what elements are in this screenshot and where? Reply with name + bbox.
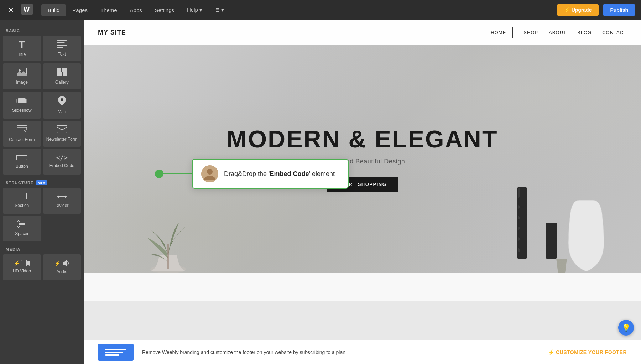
tab-apps[interactable]: Apps bbox=[124, 4, 148, 16]
structure-grid: Section Divider bbox=[3, 188, 81, 241]
section-basic-title: BASIC bbox=[3, 26, 81, 36]
site-nav-link-blog[interactable]: BLOG bbox=[577, 30, 592, 35]
svg-rect-17 bbox=[17, 127, 27, 130]
sidebar-item-newsletter-form-label: Newsletter Form bbox=[46, 137, 78, 142]
tab-pages[interactable]: Pages bbox=[66, 4, 94, 16]
sidebar-item-contact-form-label: Contact Form bbox=[9, 137, 35, 142]
contact-form-icon bbox=[17, 125, 27, 135]
newsletter-form-icon bbox=[57, 125, 67, 135]
gallery-icon bbox=[57, 68, 67, 78]
section-media-title: MEDIA bbox=[3, 244, 81, 254]
site-nav-links: HOME SHOP ABOUT BLOG CONTACT bbox=[484, 27, 627, 38]
site-nav-link-about[interactable]: ABOUT bbox=[549, 30, 567, 35]
site-nav-link-contact[interactable]: CONTACT bbox=[602, 30, 627, 35]
audio-icon bbox=[62, 259, 69, 267]
svg-rect-11 bbox=[63, 72, 67, 76]
preview-lines bbox=[105, 349, 126, 356]
tab-theme[interactable]: Theme bbox=[94, 4, 124, 16]
site-nav-link-home[interactable]: HOME bbox=[484, 27, 513, 38]
svg-rect-20 bbox=[17, 193, 27, 199]
tooltip-dot bbox=[155, 170, 163, 178]
svg-rect-4 bbox=[57, 45, 67, 46]
bottom-bar-preview-image bbox=[98, 344, 134, 361]
sidebar-item-embed-code[interactable]: </> Embed Code bbox=[43, 149, 81, 175]
sidebar-item-spacer[interactable]: Spacer bbox=[3, 216, 41, 241]
svg-rect-2 bbox=[57, 40, 67, 41]
sidebar-item-image[interactable]: Image bbox=[3, 63, 41, 89]
lightning-icon: ⚡ bbox=[14, 260, 20, 266]
tooltip-text: Drag&Drop the 'Embed Code' element bbox=[224, 170, 335, 178]
tab-build[interactable]: Build bbox=[41, 4, 66, 16]
preview-line-1 bbox=[105, 349, 126, 350]
sidebar-item-newsletter-form[interactable]: Newsletter Form bbox=[43, 121, 81, 146]
sidebar-item-map[interactable]: Map bbox=[43, 92, 81, 119]
sidebar-item-image-label: Image bbox=[16, 80, 28, 85]
sidebar-item-hd-video[interactable]: ⚡ HD Video bbox=[3, 254, 41, 280]
bottom-bar: Remove Weebly branding and customize the… bbox=[84, 340, 641, 364]
divider-icon bbox=[57, 193, 67, 201]
basic-grid: T Title Text bbox=[3, 36, 81, 175]
svg-rect-19 bbox=[16, 155, 27, 160]
sidebar-item-title[interactable]: T Title bbox=[3, 36, 41, 61]
sidebar-item-hd-video-label: HD Video bbox=[13, 269, 31, 274]
preview-area: MY SITE HOME SHOP ABOUT BLOG CONTACT bbox=[84, 20, 641, 364]
tab-settings[interactable]: Settings bbox=[148, 4, 181, 16]
tooltip-box: Drag&Drop the 'Embed Code' element bbox=[192, 159, 349, 189]
lightning-icon-audio: ⚡ bbox=[54, 260, 61, 266]
svg-rect-8 bbox=[57, 68, 61, 72]
tooltip-bold: Embed Code bbox=[270, 170, 309, 177]
svg-point-15 bbox=[61, 98, 63, 101]
svg-point-39 bbox=[207, 169, 213, 175]
nav-tabs: Build Pages Theme Apps Settings Help ▾ 🖥… bbox=[41, 4, 557, 16]
close-button[interactable]: ✕ bbox=[6, 5, 16, 15]
svg-rect-13 bbox=[16, 99, 17, 103]
sidebar-item-audio-label: Audio bbox=[56, 269, 67, 274]
slideshow-icon bbox=[16, 97, 27, 106]
sidebar-item-embed-code-label: Embed Code bbox=[49, 163, 74, 168]
sidebar-item-divider[interactable]: Divider bbox=[43, 188, 81, 214]
publish-button[interactable]: Publish bbox=[603, 4, 635, 16]
device-selector[interactable]: 🖥 ▾ bbox=[209, 4, 230, 16]
svg-rect-9 bbox=[62, 68, 67, 72]
sidebar-item-text[interactable]: Text bbox=[43, 36, 81, 61]
customize-footer-button[interactable]: ⚡ CUSTOMIZE YOUR FOOTER bbox=[548, 349, 627, 355]
preview-line-2 bbox=[105, 352, 123, 353]
svg-rect-14 bbox=[26, 99, 27, 103]
audio-icon-group: ⚡ bbox=[54, 259, 69, 267]
svg-rect-12 bbox=[18, 98, 26, 103]
upgrade-button[interactable]: ⚡ Upgrade bbox=[557, 4, 599, 16]
sidebar-item-spacer-label: Spacer bbox=[15, 231, 28, 236]
site-nav-link-shop[interactable]: SHOP bbox=[523, 30, 538, 35]
sidebar-item-text-label: Text bbox=[58, 52, 66, 57]
title-icon: T bbox=[19, 40, 25, 50]
tooltip-line bbox=[163, 173, 192, 174]
sidebar-item-divider-label: Divider bbox=[55, 203, 68, 208]
svg-rect-16 bbox=[17, 125, 27, 126]
svg-rect-5 bbox=[57, 47, 63, 48]
sidebar-item-audio[interactable]: ⚡ Audio bbox=[43, 254, 81, 280]
svg-rect-23 bbox=[21, 260, 27, 266]
main-content: BASIC T Title Text bbox=[0, 20, 641, 364]
video-icon bbox=[21, 260, 30, 266]
sidebar-item-button[interactable]: Button bbox=[3, 149, 41, 175]
sidebar-item-title-label: Title bbox=[18, 52, 26, 57]
map-icon bbox=[58, 96, 66, 107]
site-nav: MY SITE HOME SHOP ABOUT BLOG CONTACT bbox=[84, 20, 641, 45]
sidebar-item-gallery-label: Gallery bbox=[55, 80, 69, 85]
sidebar-item-gallery[interactable]: Gallery bbox=[43, 63, 81, 89]
sidebar-item-slideshow[interactable]: Slideshow bbox=[3, 92, 41, 119]
hd-video-icon-group: ⚡ bbox=[14, 260, 30, 266]
top-navigation: ✕ W Build Pages Theme Apps Settings Help… bbox=[0, 0, 641, 20]
sidebar-item-button-label: Button bbox=[16, 164, 28, 169]
svg-text:W: W bbox=[24, 6, 30, 13]
embed-code-icon: </> bbox=[56, 155, 68, 161]
section-icon bbox=[17, 193, 27, 201]
tooltip-overlay: Drag&Drop the 'Embed Code' element bbox=[155, 159, 349, 189]
bottom-bar-message: Remove Weebly branding and customize the… bbox=[142, 349, 540, 355]
image-icon bbox=[17, 68, 27, 78]
sidebar-item-section[interactable]: Section bbox=[3, 188, 41, 214]
sidebar: BASIC T Title Text bbox=[0, 20, 84, 364]
help-fab-button[interactable]: 💡 bbox=[618, 320, 634, 336]
tab-help[interactable]: Help ▾ bbox=[181, 4, 209, 16]
sidebar-item-contact-form[interactable]: Contact Form bbox=[3, 121, 41, 146]
